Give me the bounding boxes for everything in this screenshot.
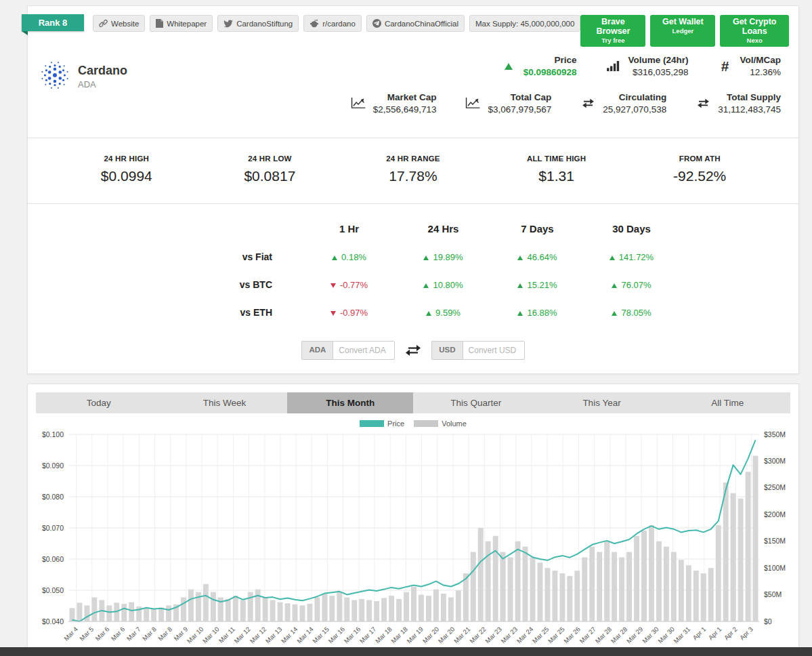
chip-cardanochinaofficial[interactable]: CardanoChinaOfficial [366,15,465,32]
chip-website[interactable]: Website [93,15,145,32]
svg-text:Apr 1: Apr 1 [691,626,707,642]
svg-text:Mar 25: Mar 25 [547,626,566,645]
promo-get-wallet-button[interactable]: Get WalletLedger [650,15,715,47]
promo-get-crypto-loans-button[interactable]: Get Crypto LoansNexo [720,15,789,47]
usd-amount-input[interactable] [463,341,525,360]
chip-label: Max Supply: 45,000,000,000 [475,20,574,28]
metric-label: Price [523,55,577,65]
svg-text:$0: $0 [764,617,772,626]
metrics-row-1: Price$0.09860928Volume (24hr)$316,035,29… [500,55,781,77]
up-triangle-icon [332,255,337,260]
metric-text: Total Cap$3,067,979,567 [488,92,551,115]
stat-label: ALL TIME HIGH [485,155,628,163]
pt-col-1-hr: 1 Hr [302,223,396,234]
svg-text:Mar 6: Mar 6 [110,626,127,642]
svg-text:Mar 10: Mar 10 [186,626,205,645]
metric-text: Market Cap$2,556,649,713 [373,92,437,115]
cycle-icon [580,98,596,108]
coin-name: Cardano [78,64,127,78]
svg-text:Mar 14: Mar 14 [280,626,299,645]
svg-text:Mar 30: Mar 30 [641,626,660,645]
metric-price: Price$0.09860928 [500,55,577,77]
up-triangle-icon [612,311,617,316]
cycle-icon [695,98,711,108]
promo-title: Get Crypto Loans [725,17,784,36]
pt-value-text: 9.59% [435,308,461,318]
tab-this-quarter[interactable]: This Quarter [413,392,539,413]
svg-text:Apr 1: Apr 1 [707,626,723,642]
price-volume-chart[interactable]: $0.100$0.090$0.080$0.070$0.060$0.050$0.0… [36,429,790,653]
svg-text:Mar 8: Mar 8 [141,626,158,642]
svg-text:Mar 22: Mar 22 [468,626,488,645]
svg-text:Mar 27: Mar 27 [578,626,597,645]
svg-text:Apr 3: Apr 3 [738,626,754,642]
chip-max-supply-45-000-000-000[interactable]: Max Supply: 45,000,000,000 [469,15,580,32]
stat-label: 24 HR RANGE [341,155,485,163]
metric-label: Volume (24hr) [628,55,688,65]
pt-value: -0.77% [302,280,396,290]
pt-value: 0.18% [302,252,396,262]
svg-text:Apr 2: Apr 2 [723,626,739,642]
svg-text:Mar 25: Mar 25 [531,626,551,645]
promo-subtitle: Ledger [656,27,710,35]
metric-volume-24hr: Volume (24hr)$316,035,298 [605,55,688,77]
pt-col-30-days: 30 Days [584,223,679,234]
metric-label: Circulating [603,92,666,102]
promo-brave-browser-button[interactable]: Brave BrowserTry free [580,15,645,47]
pt-row-vs-btc: vs BTC [221,279,302,290]
reddit-icon [309,19,319,28]
svg-text:Mar 20: Mar 20 [421,626,441,645]
stat-from-ath: FROM ATH-92.52% [628,155,771,184]
metrics: Price$0.09860928Volume (24hr)$316,035,29… [350,55,781,115]
chip-cardanostiftung[interactable]: CardanoStiftung [217,15,299,32]
svg-text:$50M: $50M [764,590,782,598]
pt-value-text: -0.77% [340,280,368,290]
ada-amount-input[interactable] [333,341,395,360]
pt-row-vs-fiat: vs Fiat [221,251,302,262]
svg-text:Mar 12: Mar 12 [249,626,268,645]
up-triangle-icon [500,63,517,70]
pt-value: 16.88% [490,308,584,318]
tab-all-time[interactable]: All Time [664,392,790,413]
metric-text: Vol/MCap12.36% [740,55,782,77]
stat-24-hr-range: 24 HR RANGE17.78% [341,155,485,184]
tab-this-month[interactable]: This Month [287,392,413,413]
twitter-icon [223,20,233,28]
tab-this-year[interactable]: This Year [539,392,665,413]
metric-text: Price$0.09860928 [523,55,577,77]
pt-value: 10.80% [396,280,490,290]
chart-card: TodayThis WeekThis MonthThis QuarterThis… [27,384,799,656]
tab-this-week[interactable]: This Week [162,392,288,413]
metric-value: 12.36% [740,67,782,77]
metric-value: 31,112,483,745 [718,104,781,115]
chip-label: CardanoChinaOfficial [385,20,458,28]
pt-value-text: 78.05% [621,308,651,318]
metric-label: Market Cap [373,92,437,102]
metric-vol-mcap: #Vol/MCap12.36% [717,55,782,77]
chip-whitepaper[interactable]: Whitepaper [150,15,213,32]
metric-value: $0.09860928 [523,67,577,77]
rank-label: Rank 8 [39,18,68,28]
up-triangle-icon [517,255,523,260]
tab-today[interactable]: Today [36,392,162,413]
svg-text:Mar 16: Mar 16 [343,626,362,645]
svg-text:Mar 19: Mar 19 [405,626,425,645]
chip-r-cardano[interactable]: r/cardano [303,15,362,32]
svg-text:Mar 23: Mar 23 [499,626,519,645]
metric-value: $3,067,979,567 [488,104,551,115]
svg-text:Mar 21: Mar 21 [452,626,472,645]
svg-text:Mar 13: Mar 13 [264,626,284,645]
svg-text:Mar 28: Mar 28 [610,626,629,645]
svg-text:$0.090: $0.090 [42,462,64,470]
stat-value: $1.31 [485,168,628,184]
performance-table: 1 Hr24 Hrs7 Days30 Daysvs Fiat0.18%19.89… [221,223,798,318]
up-triangle-icon [423,255,429,260]
svg-text:Mar 6: Mar 6 [93,626,110,642]
svg-text:Mar 7: Mar 7 [125,626,142,642]
pt-value: 19.89% [396,252,490,262]
coin-row: Cardano ADA Price$0.09860928Volume (24hr… [28,47,798,115]
metric-value: 25,927,070,538 [603,104,666,115]
up-triangle-icon [423,283,429,288]
pt-value-text: -0.97% [340,308,368,318]
file-icon [156,19,163,28]
